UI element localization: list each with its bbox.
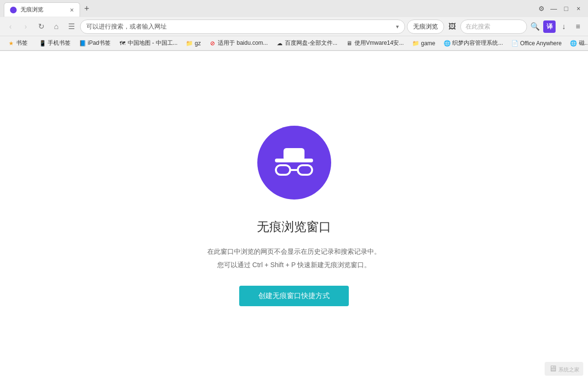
watermark-text: 🖥 系统之家 [545, 362, 583, 376]
bookmark-label: 中国地图 - 中国工... [128, 39, 178, 47]
bookmark-label: Office Anywhere [520, 40, 562, 47]
tab-favicon [10, 7, 17, 13]
incognito-desc-line2: 您可以通过 Ctrl + Shift + P 快速新建无痕浏览窗口。 [207, 258, 381, 271]
back-button[interactable]: ‹ [4, 20, 17, 33]
bookmark-label: 适用于 baidu.com... [218, 39, 268, 47]
game-folder-icon: 📁 [412, 40, 419, 47]
bookmark-item-baidu-block[interactable]: ⊘ 适用于 baidu.com... [205, 38, 272, 49]
search-engine-label: 无痕浏览 [413, 22, 438, 31]
settings-icon[interactable]: ⚙ [536, 3, 547, 14]
magnetic-icon: 🌐 [570, 40, 577, 47]
bookmarks-bar: ★ 书签 📱 手机书签 📘 iPad书签 🗺 中国地图 - 中国工... 📁 g… [0, 36, 588, 50]
bookmark-item-baidupan[interactable]: ☁ 百度网盘-全部文件... [273, 38, 341, 49]
bookmark-label: game [421, 40, 435, 47]
cloud-icon: ☁ [276, 40, 283, 47]
address-input[interactable]: 可以进行搜索，或者输入网址 ▾ [80, 20, 405, 34]
dedecms-icon: 🌐 [444, 40, 450, 47]
menu-icon[interactable]: ≡ [572, 20, 584, 33]
incognito-title: 无痕浏览窗口 [257, 219, 331, 235]
minimize-button[interactable]: — [548, 3, 559, 14]
forward-button[interactable]: › [19, 20, 32, 33]
download-icon[interactable]: ↓ [558, 20, 570, 33]
bookmark-item-office-anywhere[interactable]: 📄 Office Anywhere [508, 39, 566, 48]
address-text: 可以进行搜索，或者输入网址 [86, 22, 392, 31]
bookmark-item-magnetic[interactable]: 🌐 磁... [567, 38, 588, 49]
office-icon: 📄 [512, 40, 518, 47]
bookmark-label: 使用Vmware14安... [355, 39, 404, 47]
bookmark-item-vmware[interactable]: 🖥 使用Vmware14安... [342, 38, 407, 49]
tab-bar: 无痕浏览 × + ⚙ — □ × [0, 0, 588, 17]
incognito-description: 在此窗口中浏览的网页不会显示在历史记录和搜索记录中。 您可以通过 Ctrl + … [207, 245, 381, 271]
bookmark-label: 织梦内容管理系统... [452, 39, 503, 47]
refresh-button[interactable]: ↻ [34, 20, 48, 33]
new-tab-button[interactable]: + [80, 2, 93, 15]
map-icon: 🗺 [119, 40, 126, 47]
bookmark-item-bookmarks[interactable]: ★ 书签 [4, 38, 31, 49]
window-controls: ⚙ — □ × [536, 3, 588, 14]
bookmark-label: gz [195, 40, 201, 47]
create-shortcut-button[interactable]: 创建无痕窗口快捷方式 [239, 286, 349, 306]
bookmark-item-gz[interactable]: 📁 gz [182, 39, 205, 48]
bookmark-item-dedecms[interactable]: 🌐 织梦内容管理系统... [440, 38, 507, 49]
search-input-field[interactable]: 在此搜索 [460, 20, 527, 34]
translate-button[interactable]: 译 [543, 20, 556, 33]
close-window-button[interactable]: × [573, 3, 584, 14]
bookmark-label: 书签 [16, 39, 28, 47]
search-engine-selector[interactable]: 无痕浏览 [407, 20, 444, 34]
bookmark-label: 百度网盘-全部文件... [285, 39, 337, 47]
vmware-icon: 🖥 [346, 40, 353, 47]
block-icon: ⊘ [209, 40, 216, 47]
mobile-icon: 📱 [39, 40, 46, 47]
bookmarks-button[interactable]: ☰ [65, 20, 78, 33]
ipad-icon: 📘 [79, 40, 86, 47]
incognito-desc-line1: 在此窗口中浏览的网页不会显示在历史记录和搜索记录中。 [207, 245, 381, 258]
search-placeholder: 在此搜索 [466, 22, 490, 31]
page-content: 无痕浏览窗口 在此窗口中浏览的网页不会显示在历史记录和搜索记录中。 您可以通过 … [0, 51, 588, 380]
search-icon[interactable]: 🔍 [529, 20, 541, 33]
svg-rect-3 [298, 165, 312, 175]
maximize-button[interactable]: □ [560, 3, 572, 14]
star-icon: ★ [8, 40, 14, 47]
home-button[interactable]: ⌂ [50, 20, 63, 33]
folder-icon: 📁 [186, 40, 193, 47]
watermark: 🖥 系统之家 [545, 362, 583, 376]
tab-close-button[interactable]: × [70, 6, 74, 14]
bookmark-label: 磁... [579, 39, 588, 47]
incognito-svg [270, 143, 318, 181]
incognito-icon-circle [257, 126, 331, 200]
bookmark-item-mobile[interactable]: 📱 手机书签 [35, 38, 74, 49]
svg-rect-1 [284, 148, 304, 160]
address-bar: ‹ › ↻ ⌂ ☰ 可以进行搜索，或者输入网址 ▾ 无痕浏览 🖼 在此搜索 🔍 … [0, 17, 588, 36]
tab-title: 无痕浏览 [20, 6, 43, 14]
address-dropdown-icon[interactable]: ▾ [396, 23, 399, 30]
bookmark-item-chinamap[interactable]: 🗺 中国地图 - 中国工... [115, 38, 182, 49]
bookmark-item-ipad[interactable]: 📘 iPad书签 [75, 38, 114, 49]
bookmark-item-game[interactable]: 📁 game [408, 39, 439, 48]
active-tab[interactable]: 无痕浏览 × [4, 2, 80, 17]
svg-rect-2 [276, 165, 290, 175]
bookmark-label: iPad书签 [88, 39, 111, 47]
bookmark-label: 手机书签 [48, 39, 71, 47]
image-search-icon[interactable]: 🖼 [446, 20, 458, 33]
